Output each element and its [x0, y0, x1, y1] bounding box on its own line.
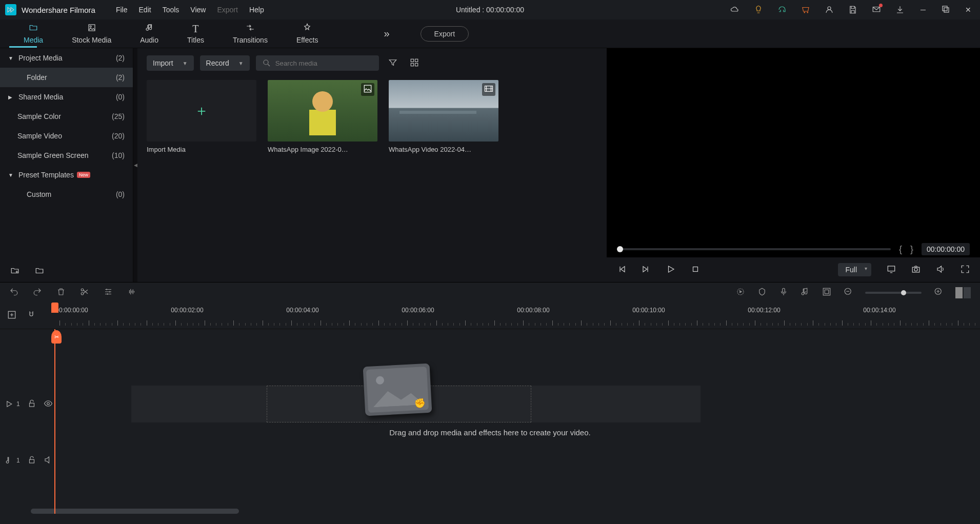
mark-in-icon[interactable]: {	[899, 244, 902, 255]
lock-icon[interactable]	[27, 399, 36, 410]
fullscreen-icon[interactable]	[961, 265, 970, 275]
record-dropdown[interactable]: Record▼	[200, 55, 250, 71]
stop-button[interactable]	[691, 265, 700, 275]
filter-icon[interactable]	[385, 58, 401, 69]
tab-titles[interactable]: T Titles	[173, 21, 218, 46]
menu-edit[interactable]: Edit	[139, 6, 151, 14]
media-item[interactable]: WhatsApp Image 2022-0…	[268, 80, 377, 153]
new-folder-icon[interactable]	[10, 266, 19, 277]
media-sidebar: ▼ Project Media (2) Folder (2) ▶ Shared …	[0, 48, 133, 282]
voiceover-icon[interactable]	[779, 287, 788, 298]
account-icon[interactable]	[824, 5, 834, 15]
video-track-lane[interactable]	[54, 386, 980, 422]
sidebar-sample-video[interactable]: Sample Video (20)	[0, 126, 133, 146]
menu-view[interactable]: View	[190, 6, 206, 14]
display-icon[interactable]	[887, 265, 896, 275]
menu-export[interactable]: Export	[217, 6, 237, 14]
timeline-body: ✂ 1 ✊ Drag and drop media and effects he…	[0, 329, 980, 514]
menu-help[interactable]: Help	[249, 6, 264, 14]
media-label: WhatsApp Video 2022-04…	[389, 146, 498, 153]
timeline-ruler[interactable]: 00:00:00:0000:00:02:0000:00:04:0000:00:0…	[54, 303, 980, 329]
tab-stock-media[interactable]: Stock Media	[57, 21, 126, 46]
sidebar-project-media[interactable]: ▼ Project Media (2)	[0, 48, 133, 68]
menu-tools[interactable]: Tools	[163, 6, 179, 14]
media-item[interactable]: WhatsApp Video 2022-04…	[389, 80, 498, 153]
sidebar-folder[interactable]: Folder (2)	[0, 68, 133, 87]
tips-icon[interactable]	[753, 5, 764, 15]
folder-icon[interactable]	[35, 266, 44, 277]
preview-quality-dropdown[interactable]: Full	[838, 263, 871, 276]
video-track: 1	[0, 386, 980, 422]
mute-icon[interactable]	[44, 455, 53, 466]
magnet-icon[interactable]	[27, 310, 36, 321]
audio-track-lane[interactable]	[54, 442, 980, 479]
split-icon[interactable]	[80, 287, 89, 298]
timeline-scrollbar[interactable]	[31, 509, 239, 514]
sidebar-sample-color[interactable]: Sample Color (25)	[0, 107, 133, 126]
play-button[interactable]	[666, 265, 675, 275]
sidebar-preset-templates[interactable]: ▼ Preset Templates New	[0, 165, 133, 185]
support-icon[interactable]	[777, 5, 787, 15]
zoom-out-icon[interactable]	[844, 287, 853, 298]
snapshot-icon[interactable]	[911, 265, 921, 275]
drop-hint-text: Drag and drop media and effects here to …	[0, 428, 980, 437]
audio-wave-icon[interactable]	[127, 287, 136, 298]
delete-icon[interactable]	[56, 287, 66, 298]
cloud-icon[interactable]	[730, 5, 740, 15]
mark-out-icon[interactable]: }	[910, 244, 913, 255]
import-dropdown[interactable]: Import▼	[147, 55, 194, 71]
zoom-knob[interactable]	[901, 290, 906, 295]
lock-icon[interactable]	[27, 455, 36, 466]
undo-icon[interactable]	[9, 287, 18, 298]
grid-view-icon[interactable]	[407, 58, 422, 69]
window-maximize[interactable]	[941, 5, 950, 15]
window-close[interactable]: ✕	[964, 6, 973, 14]
titles-icon: T	[192, 23, 198, 35]
track-manager-icon[interactable]	[7, 310, 16, 321]
window-minimize[interactable]: ─	[918, 6, 928, 14]
tab-transitions[interactable]: Transitions	[218, 21, 282, 46]
tab-media[interactable]: Media	[9, 21, 57, 46]
view-toggle[interactable]	[955, 287, 971, 298]
adjust-icon[interactable]	[104, 287, 113, 298]
sidebar-shared-media[interactable]: ▶ Shared Media (0)	[0, 87, 133, 107]
import-media-tile[interactable]: ＋ Import Media	[147, 80, 256, 153]
store-icon[interactable]	[801, 5, 811, 15]
next-frame-button[interactable]	[642, 265, 651, 275]
sidebar-custom[interactable]: Custom (0)	[0, 185, 133, 204]
media-grid: ＋ Import Media WhatsApp Image 2022-0… Wh…	[147, 80, 597, 153]
playhead-cut-icon[interactable]: ✂	[51, 330, 62, 344]
svg-rect-1	[943, 6, 947, 11]
marker-icon[interactable]	[757, 287, 767, 298]
scrubber-knob[interactable]	[617, 246, 623, 252]
prev-frame-button[interactable]	[617, 265, 626, 275]
preview-viewport[interactable]	[607, 48, 980, 241]
svg-rect-8	[411, 63, 413, 66]
search-input[interactable]	[275, 59, 373, 67]
svg-rect-20	[823, 288, 830, 295]
redo-icon[interactable]	[33, 287, 42, 298]
tab-audio[interactable]: Audio	[126, 21, 173, 46]
zoom-in-icon[interactable]	[934, 287, 943, 298]
volume-icon[interactable]	[936, 265, 945, 275]
save-icon[interactable]	[848, 5, 858, 15]
render-icon[interactable]	[736, 287, 745, 298]
visibility-icon[interactable]	[44, 399, 53, 410]
playhead[interactable]	[54, 329, 55, 514]
export-button[interactable]: Export	[421, 26, 469, 42]
ruler-label: 00:00:14:00	[863, 307, 895, 314]
menu-file[interactable]: File	[116, 6, 128, 14]
messages-icon[interactable]	[871, 5, 882, 15]
scrubber-track[interactable]	[617, 248, 891, 250]
panel-divider[interactable]: ◀	[133, 48, 137, 282]
tabs-more-icon[interactable]: »	[384, 28, 389, 39]
tab-label: Stock Media	[72, 36, 111, 44]
search-media[interactable]	[256, 55, 379, 71]
tab-effects[interactable]: Effects	[282, 21, 333, 46]
sidebar-sample-green[interactable]: Sample Green Screen (10)	[0, 146, 133, 165]
tab-active-indicator	[9, 46, 37, 48]
crop-icon[interactable]	[822, 287, 831, 298]
download-icon[interactable]	[895, 5, 905, 15]
mixer-icon[interactable]	[801, 287, 810, 298]
zoom-slider[interactable]	[865, 292, 922, 294]
